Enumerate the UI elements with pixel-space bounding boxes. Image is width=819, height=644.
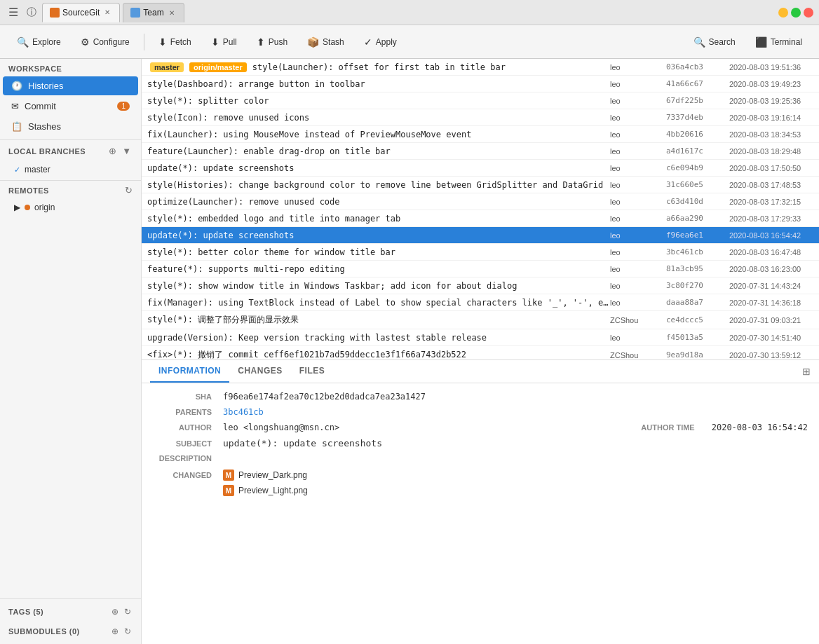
commit-row[interactable]: <fix>(*): 撤销了 commit ceff6ef1021b7ad59dd… — [142, 346, 819, 360]
commit-message-cell: feature(*): supports multi-repo editing — [147, 264, 610, 274]
submodules-add-button[interactable]: ⊕ — [110, 625, 120, 638]
commit-message-cell: upgrade(Version): Keep version tracking … — [147, 333, 610, 343]
tab-team[interactable]: Team ✕ — [123, 3, 184, 22]
changed-file-2[interactable]: M Preview_Light.png — [223, 484, 308, 498]
stash-button[interactable]: 📦 Stash — [299, 32, 353, 52]
add-branch-button[interactable]: ⊕ — [107, 144, 118, 158]
commit-row[interactable]: style(Dashboard): arrange button in tool… — [142, 76, 819, 93]
tags-label: TAGS (5) — [8, 608, 43, 616]
commit-author: leo — [610, 181, 666, 189]
sourcegit-tab-label: SourceGit — [62, 8, 100, 18]
team-tab-label: Team — [143, 8, 163, 18]
commit-msg-text: style(Dashboard): arrange button in tool… — [147, 79, 365, 89]
changed-file-1[interactable]: M Preview_Dark.png — [223, 468, 308, 482]
commit-list: masterorigin/masterstyle(Launcher): offs… — [142, 59, 819, 360]
tags-add-button[interactable]: ⊕ — [110, 605, 120, 618]
commit-row[interactable]: upgrade(Version): Keep version tracking … — [142, 329, 819, 346]
tab-changes[interactable]: CHANGES — [229, 360, 291, 383]
commit-row[interactable]: feature(Launcher): enable drag-drop on t… — [142, 143, 819, 160]
fetch-label: Fetch — [170, 37, 191, 47]
team-tab-close-icon[interactable]: ✕ — [167, 8, 177, 18]
commit-msg-text: update(*): update screenshots — [147, 163, 295, 173]
commit-author: leo — [610, 63, 666, 71]
commit-row[interactable]: fix(Launcher): using MouseMove instead o… — [142, 126, 819, 143]
commit-author: leo — [610, 80, 666, 88]
filter-branch-button[interactable]: ▼ — [121, 144, 133, 158]
fetch-remote-button[interactable]: ↻ — [125, 185, 133, 196]
apply-button[interactable]: ✓ Apply — [356, 32, 405, 52]
submodules-label: SUBMODULES (0) — [8, 627, 80, 636]
title-bar-right — [778, 8, 813, 18]
detail-expand-button[interactable]: ⊞ — [802, 366, 811, 377]
commit-row[interactable]: fix(Manager): using TextBlock instead of… — [142, 294, 819, 311]
info-button[interactable]: ⓘ — [24, 4, 39, 22]
tab-sourcegit[interactable]: SourceGit ✕ — [42, 3, 120, 22]
submodules-section[interactable]: SUBMODULES (0) ⊕ ↻ — [0, 622, 141, 641]
commit-row[interactable]: feature(*): supports multi-repo editingl… — [142, 261, 819, 278]
toolbar: 🔍 Explore ⚙ Configure ⬇ Fetch ⬇ Pull ⬆ P… — [0, 25, 819, 59]
local-branches-section: LOCAL BRANCHES ⊕ ▼ — [0, 139, 141, 162]
commit-row[interactable]: style(*): 调整了部分界面的显示效果ZCShouce4dccc52020… — [142, 311, 819, 329]
remotes-label: REMOTES — [8, 186, 49, 195]
commit-row[interactable]: masterorigin/masterstyle(Launcher): offs… — [142, 59, 819, 76]
commit-label: Commit — [25, 101, 56, 111]
submodules-refresh-button[interactable]: ↻ — [123, 625, 133, 638]
commit-row[interactable]: update(*): update screenshotsleoc6e094b9… — [142, 160, 819, 177]
tags-actions: ⊕ ↻ — [110, 605, 133, 618]
stashes-icon: 📋 — [11, 121, 22, 132]
sidebar: WORKSPACE 🕐 Histories ✉ Commit 1 📋 Stash… — [0, 59, 142, 644]
commit-row[interactable]: style(*): show window title in Windows T… — [142, 278, 819, 294]
commit-message-cell: masterorigin/masterstyle(Launcher): offs… — [147, 62, 610, 72]
author-time-label: AUTHOR TIME — [627, 423, 705, 432]
commit-message-cell: style(Histories): change background colo… — [147, 180, 610, 190]
commit-row[interactable]: style(Icon): remove unused iconsleo7337d… — [142, 109, 819, 126]
explore-button[interactable]: 🔍 Explore — [8, 32, 69, 52]
commit-date: 2020-07-30 14:51:40 — [729, 334, 813, 342]
parents-link[interactable]: 3bc461cb — [223, 407, 264, 417]
pull-button[interactable]: ⬇ Pull — [203, 32, 245, 52]
commit-row[interactable]: style(*): splitter colorleo67df225b2020-… — [142, 93, 819, 109]
file-name-1: Preview_Dark.png — [238, 470, 307, 480]
commit-author: leo — [610, 114, 666, 122]
commit-msg-text: fix(Launcher): using MouseMove instead o… — [147, 130, 471, 139]
commit-hash: c6e094b9 — [666, 163, 729, 172]
commit-row[interactable]: optimize(Launcher): remove unused codele… — [142, 193, 819, 210]
commit-date: 2020-08-03 17:48:53 — [729, 181, 813, 189]
commit-msg-text: style(*): splitter color — [147, 96, 269, 106]
commit-row[interactable]: style(Histories): change background colo… — [142, 177, 819, 193]
configure-button[interactable]: ⚙ Configure — [72, 32, 138, 52]
commit-hash: f45013a5 — [666, 333, 729, 342]
commit-message-cell: fix(Manager): using TextBlock instead of… — [147, 298, 610, 308]
sidebar-item-commit[interactable]: ✉ Commit 1 — [3, 97, 138, 116]
fetch-button[interactable]: ⬇ Fetch — [150, 32, 200, 52]
push-button[interactable]: ⬆ Push — [248, 32, 296, 52]
commit-row[interactable]: style(*): better color theme for window … — [142, 244, 819, 261]
author-label: AUTHOR — [153, 423, 223, 432]
tags-refresh-button[interactable]: ↻ — [123, 605, 133, 618]
commit-msg-text: style(Icon): remove unused icons — [147, 113, 309, 123]
commit-hash: a4d1617c — [666, 146, 729, 156]
remote-origin[interactable]: ▶ origin — [0, 200, 141, 215]
terminal-button[interactable]: ⬛ Terminal — [747, 32, 811, 52]
search-button[interactable]: 🔍 Search — [685, 32, 744, 52]
close-button[interactable] — [804, 8, 813, 18]
configure-label: Configure — [93, 37, 130, 47]
tab-information[interactable]: INFORMATION — [150, 360, 229, 383]
sidebar-item-stashes[interactable]: 📋 Stashes — [3, 117, 138, 136]
commit-author: leo — [610, 282, 666, 290]
origin-dot — [25, 205, 30, 210]
maximize-button[interactable] — [791, 8, 801, 18]
hamburger-menu-icon[interactable]: ☰ — [6, 3, 21, 22]
commit-message-cell: style(Dashboard): arrange button in tool… — [147, 79, 610, 89]
tab-files[interactable]: FILES — [291, 360, 334, 383]
branch-master[interactable]: ✓ master — [0, 162, 141, 177]
commit-msg-text: style(*): 调整了部分界面的显示效果 — [147, 314, 299, 326]
commit-row[interactable]: update(*): update screenshotsleof96ea6e1… — [142, 227, 819, 244]
commit-row[interactable]: style(*): embedded logo and title into m… — [142, 210, 819, 227]
minimize-button[interactable] — [778, 8, 788, 18]
sourcegit-tab-close-icon[interactable]: ✕ — [102, 8, 112, 18]
commit-msg-text: optimize(Launcher): remove unused code — [147, 197, 340, 207]
sidebar-item-histories[interactable]: 🕐 Histories — [3, 76, 138, 95]
tags-section[interactable]: TAGS (5) ⊕ ↻ — [0, 602, 141, 622]
remotes-section: REMOTES ↻ — [0, 180, 141, 200]
